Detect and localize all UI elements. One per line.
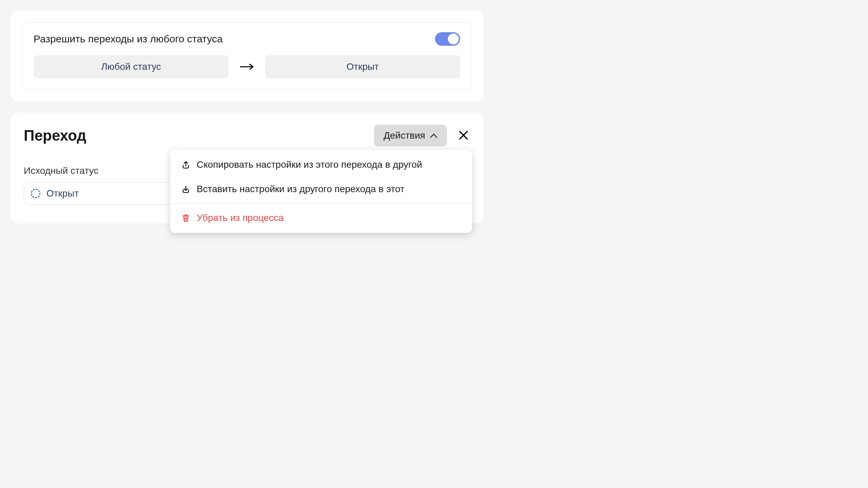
trash-icon xyxy=(181,213,191,223)
menu-item-copy-settings[interactable]: Скопировать настройки из этого перехода … xyxy=(170,152,472,177)
transition-header: Переход Действия xyxy=(24,125,470,146)
to-status-text: Открыт xyxy=(347,61,379,72)
transition-title: Переход xyxy=(24,127,86,144)
header-right: Действия xyxy=(374,125,470,146)
upload-icon xyxy=(181,160,191,169)
to-status-pill: Открыт xyxy=(265,55,460,78)
status-open-icon xyxy=(31,189,40,198)
source-status-value: Открыт xyxy=(46,188,79,199)
allow-transitions-card: Разрешить переходы из любого статуса Люб… xyxy=(10,10,484,102)
actions-button[interactable]: Действия xyxy=(374,125,447,146)
allow-transitions-label: Разрешить переходы из любого статуса xyxy=(34,33,223,45)
menu-item-copy-label: Скопировать настройки из этого перехода … xyxy=(197,159,422,170)
menu-item-paste-label: Вставить настройки из другого перехода в… xyxy=(197,184,405,195)
from-status-pill: Любой статус xyxy=(34,55,229,78)
close-button[interactable] xyxy=(457,129,470,143)
close-icon xyxy=(458,130,469,140)
select-value-wrap: Открыт xyxy=(31,188,79,199)
status-flow-row: Любой статус Открыт xyxy=(34,55,460,78)
menu-item-paste-settings[interactable]: Вставить настройки из другого перехода в… xyxy=(170,177,472,201)
actions-dropdown: Скопировать настройки из этого перехода … xyxy=(170,150,472,233)
allow-transitions-box: Разрешить переходы из любого статуса Люб… xyxy=(22,22,471,89)
menu-item-remove-label: Убрать из процесса xyxy=(197,212,283,223)
from-status-text: Любой статус xyxy=(101,61,161,72)
dropdown-divider xyxy=(170,203,472,204)
allow-transitions-toggle[interactable] xyxy=(435,32,460,46)
transition-card: Переход Действия xyxy=(10,113,484,224)
toggle-knob xyxy=(448,34,459,44)
download-icon xyxy=(181,184,191,194)
allow-row: Разрешить переходы из любого статуса xyxy=(34,32,460,46)
chevron-up-icon xyxy=(430,133,437,138)
actions-button-label: Действия xyxy=(383,130,425,141)
menu-item-remove[interactable]: Убрать из процесса xyxy=(170,206,472,230)
arrow-right-icon xyxy=(237,60,257,74)
